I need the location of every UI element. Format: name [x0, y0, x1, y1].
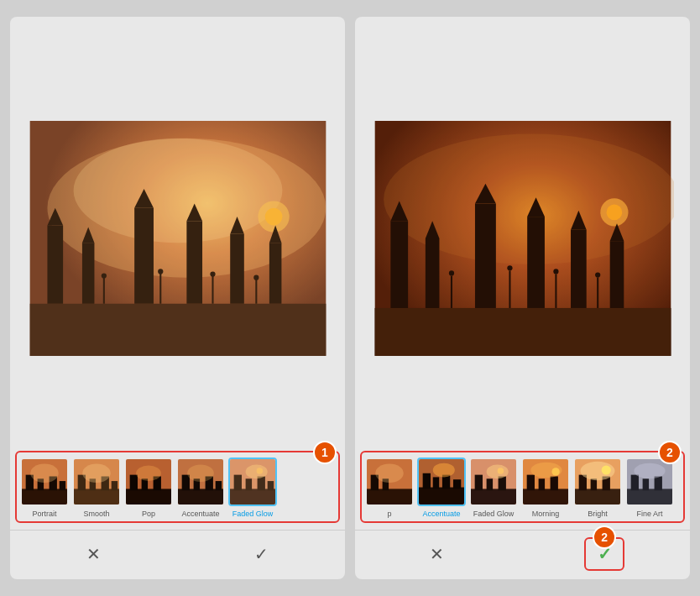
svg-point-109 [498, 468, 504, 473]
svg-point-47 [136, 465, 161, 481]
step1-badge: 1 [313, 441, 337, 464]
svg-rect-105 [475, 475, 483, 491]
panel-right: 2 [355, 17, 690, 579]
filter-thumb-p [365, 457, 414, 506]
filter-item-bright[interactable]: Bright [573, 457, 622, 518]
svg-rect-41 [74, 459, 119, 505]
filter-thumb-morning [521, 457, 570, 506]
filter-item-pop[interactable]: Pop [124, 457, 173, 518]
photo-area-right [355, 17, 690, 451]
svg-rect-104 [471, 489, 516, 505]
svg-rect-49 [178, 489, 223, 505]
cancel-button-left[interactable]: ✕ [77, 537, 111, 571]
filter-label-portrait: Portrait [32, 510, 56, 518]
svg-rect-92 [367, 489, 412, 505]
step2-badge-wrapper: 2 [360, 451, 685, 523]
svg-rect-43 [126, 489, 171, 505]
filter-thumb-fine-art [625, 457, 674, 506]
filter-thumb-faded-glow2 [469, 457, 518, 506]
svg-point-102 [433, 463, 455, 478]
step2-confirm-badge: 2 [593, 525, 616, 549]
svg-rect-101 [453, 479, 461, 489]
filter-thumb-accentuate2 [417, 457, 466, 506]
filter-strip-border-left: Portrait [15, 451, 340, 523]
filter-item-faded-glow[interactable]: Faded Glow [228, 457, 277, 518]
filter-thumb-bright [573, 457, 622, 506]
svg-rect-90 [374, 121, 671, 356]
svg-rect-44 [130, 475, 138, 491]
filter-strip-border-right: p [360, 451, 685, 523]
svg-rect-126 [631, 475, 639, 491]
svg-point-33 [30, 464, 59, 483]
filter-item-portrait[interactable]: Portrait [20, 457, 69, 518]
step1-badge-wrapper: 1 [15, 451, 340, 523]
svg-rect-106 [487, 478, 493, 490]
svg-rect-99 [433, 477, 439, 489]
filter-label-bright: Bright [588, 510, 608, 518]
filter-item-fine-art[interactable]: Fine Art [625, 457, 674, 518]
filter-item-morning[interactable]: Morning [521, 457, 570, 518]
filter-thumb-pop [124, 457, 173, 506]
svg-point-123 [602, 465, 611, 474]
filter-label-p: p [387, 510, 391, 518]
svg-point-129 [634, 463, 665, 479]
svg-rect-28 [22, 489, 67, 505]
svg-point-54 [187, 465, 214, 482]
cancel-button-right[interactable]: ✕ [421, 537, 454, 571]
filter-label-pop: Pop [142, 510, 155, 518]
filter-item-smooth[interactable]: Smooth [72, 457, 121, 518]
filter-thumb-faded-glow [228, 457, 277, 506]
confirm-button-left[interactable]: ✓ [244, 537, 278, 571]
svg-rect-32 [60, 481, 65, 490]
filter-thumb-smooth [72, 457, 121, 506]
filter-item-faded-glow2[interactable]: Faded Glow [469, 457, 518, 518]
svg-rect-127 [643, 478, 649, 490]
photo-left [27, 121, 329, 356]
filter-strip-left: Portrait [20, 457, 335, 518]
filter-item-accentuate[interactable]: Accentuate [176, 457, 225, 518]
filter-item-p[interactable]: p [365, 457, 414, 518]
filter-label-accentuate2: Accentuate [422, 510, 460, 518]
filter-label-faded-glow: Faded Glow [232, 510, 274, 518]
filter-item-accentuate2[interactable]: Accentuate [417, 457, 466, 518]
main-container: 1 [0, 0, 700, 596]
panel-left: 1 [10, 17, 345, 579]
photo-area-left [10, 17, 345, 451]
svg-rect-125 [627, 489, 672, 505]
svg-rect-63 [230, 459, 275, 505]
filter-thumb-portrait [20, 457, 69, 506]
svg-rect-97 [419, 488, 464, 505]
svg-rect-113 [539, 478, 545, 490]
filter-label-smooth: Smooth [83, 510, 109, 518]
filter-thumb-accentuate [176, 457, 225, 506]
svg-rect-114 [551, 476, 558, 490]
svg-rect-26 [29, 121, 326, 356]
svg-rect-128 [655, 476, 662, 490]
svg-rect-111 [523, 489, 568, 505]
filter-label-faded-glow2: Faded Glow [473, 510, 515, 518]
filter-label-accentuate: Accentuate [181, 510, 219, 518]
svg-point-95 [375, 464, 404, 483]
svg-rect-118 [575, 489, 620, 505]
svg-rect-98 [423, 473, 431, 489]
photo-right [372, 121, 674, 356]
svg-rect-53 [216, 481, 222, 490]
filter-label-fine-art: Fine Art [636, 510, 662, 518]
filter-strip-wrapper-left: 1 [10, 451, 345, 526]
filter-strip-wrapper-right: 2 [355, 451, 690, 526]
svg-rect-120 [591, 478, 597, 490]
filter-label-morning: Morning [532, 510, 560, 518]
svg-rect-112 [527, 475, 535, 491]
step2-badge: 2 [658, 441, 682, 464]
bottom-bar-right: ✕ 2 ✓ [355, 530, 690, 579]
filter-strip-right: p [365, 457, 680, 518]
svg-point-108 [487, 465, 509, 479]
svg-point-116 [530, 463, 562, 478]
svg-rect-50 [182, 475, 190, 491]
confirm-btn-wrapper: 2 ✓ [584, 537, 624, 571]
bottom-bar-left: ✕ ✓ [10, 530, 345, 579]
